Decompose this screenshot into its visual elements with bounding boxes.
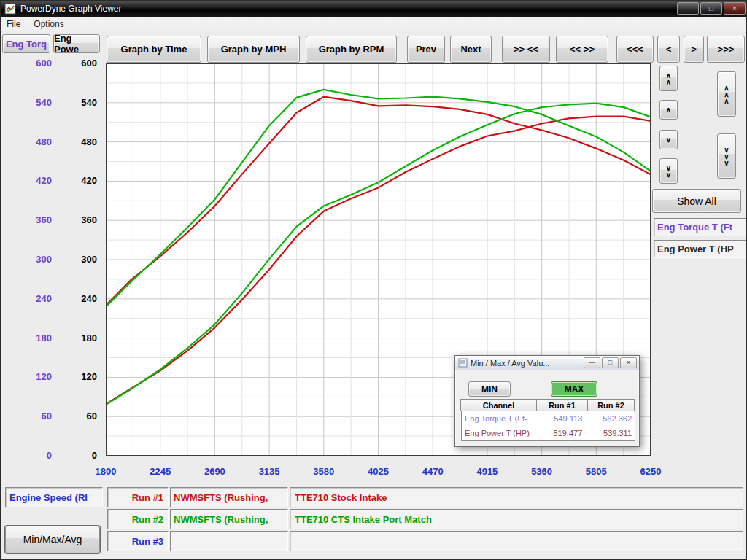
minmaxavg-button[interactable]: Min/Max/Avg — [5, 526, 100, 553]
minmax-minimize-button[interactable]: — — [584, 357, 600, 368]
minmax-run2-value: 539.311 — [588, 429, 635, 438]
menu-file[interactable]: File — [7, 19, 20, 29]
show-all-button[interactable]: Show All — [652, 189, 741, 213]
pan-left-fast-button[interactable]: <<< — [616, 36, 654, 63]
pan-left-button[interactable]: < — [657, 36, 680, 63]
scroll-up-button[interactable]: ∧ — [659, 100, 678, 120]
y-axis-tick-label: 240 — [15, 293, 52, 305]
x-axis-tick-label: 2690 — [193, 466, 236, 477]
scroll-up-double-button[interactable]: ∧ ∧ — [659, 66, 678, 91]
app-icon — [4, 3, 16, 15]
y-axis-tick-label: 240 — [62, 293, 97, 305]
y-axis-tick-label: 600 — [15, 58, 52, 69]
run3-label[interactable]: Run #3 — [107, 531, 169, 551]
run3-description[interactable] — [290, 531, 743, 551]
minmax-close-button[interactable]: × — [620, 357, 637, 368]
x-axis-tick-label: 4470 — [411, 466, 454, 477]
y-axis-tick-label: 600 — [62, 58, 97, 69]
y-axis-tick-label: 540 — [15, 97, 52, 109]
legend-eng-torque[interactable]: Eng Torque T (Ft — [654, 218, 747, 236]
y-axis-tick-label: 60 — [15, 411, 52, 422]
scroll-down-button[interactable]: ∨ — [659, 130, 678, 149]
graph-by-mph-button[interactable]: Graph by MPH — [207, 36, 300, 63]
y-axis-tick-label: 60 — [62, 411, 97, 422]
x-axis-channel-label[interactable]: Engine Speed (RI — [5, 487, 103, 508]
y-axis-tick-label: 300 — [15, 254, 52, 265]
minmax-values-window: Min / Max / Avg Valu... — □ × MIN MAX Ch… — [454, 355, 640, 447]
zoom-up-triple-button[interactable]: ∧ ∧ ∧ — [717, 71, 736, 117]
run1-label[interactable]: Run #1 — [107, 487, 169, 508]
y-axis-tick-label: 180 — [62, 332, 97, 344]
minmax-restore-button[interactable]: □ — [602, 357, 619, 368]
run2-label[interactable]: Run #2 — [107, 509, 169, 529]
y-axis-tick-label: 300 — [62, 254, 97, 265]
run2-description[interactable]: TTE710 CTS Intake Port Match — [290, 509, 743, 529]
minmax-window-icon — [458, 358, 468, 368]
pan-right-fast-button[interactable]: >>> — [707, 36, 745, 63]
minmax-col-channel[interactable]: Channel — [460, 399, 537, 411]
scroll-down-double-button[interactable]: ∨ ∨ — [659, 158, 678, 184]
power-axis-ticks: 600540480420360300240180120600 — [62, 58, 97, 462]
x-axis-tick-label: 3580 — [302, 466, 346, 477]
graph-by-rpm-button[interactable]: Graph by RPM — [306, 36, 397, 63]
x-axis-tick-label: 1800 — [84, 466, 128, 477]
run3-source[interactable] — [170, 531, 288, 551]
y-axis-tick-label: 420 — [15, 175, 52, 187]
title-bar[interactable]: PowerDyne Graph Viewer – □ × — [1, 1, 747, 17]
zoom-in-x-button[interactable]: >> << — [502, 36, 550, 63]
powerdyne-window: PowerDyne Graph Viewer – □ × File Option… — [0, 0, 747, 560]
minmax-channel-label: Eng Power T (HP) — [462, 429, 538, 438]
y-axis-tick-label: 120 — [15, 371, 52, 383]
minmax-run2-value: 562.362 — [588, 414, 635, 423]
minmax-window-title: Min / Max / Avg Valu... — [471, 359, 549, 368]
tab-eng-torque-axis[interactable]: Eng Torq — [2, 34, 50, 53]
y-axis-tick-label: 360 — [62, 214, 97, 226]
min-toggle-button[interactable]: MIN — [468, 381, 511, 397]
minmax-row-power: Eng Power T (HP) 519.477 539.311 — [462, 426, 635, 440]
x-axis-tick-label: 5805 — [574, 466, 618, 477]
max-toggle-button[interactable]: MAX — [551, 381, 597, 397]
y-axis-tick-label: 0 — [62, 450, 97, 462]
tab-eng-power-axis[interactable]: Eng Powe — [53, 34, 100, 53]
x-axis-tick-label: 6250 — [629, 466, 673, 477]
x-axis-tick-label: 2245 — [139, 466, 182, 477]
x-axis-tick-label: 4915 — [465, 466, 509, 477]
minmax-row-torque: Eng Torque T (Ft- 549.113 562.362 — [462, 411, 635, 426]
menu-options[interactable]: Options — [34, 19, 63, 29]
x-axis-tick-label: 4025 — [357, 466, 400, 477]
run1-description[interactable]: TTE710 Stock Intake — [290, 487, 743, 508]
legend-eng-power[interactable]: Eng Power T (HP — [654, 240, 747, 258]
torque-axis-ticks: 600540480420360300240180120600 — [15, 58, 52, 462]
pan-right-button[interactable]: > — [684, 36, 704, 63]
minmax-title-bar[interactable]: Min / Max / Avg Valu... — □ × — [455, 356, 639, 370]
minmax-col-run2[interactable]: Run #2 — [587, 399, 635, 411]
menu-bar: File Options — [1, 17, 747, 31]
y-axis-tick-label: 480 — [15, 136, 52, 148]
minmax-col-run1[interactable]: Run #1 — [536, 399, 588, 411]
y-axis-tick-label: 0 — [15, 450, 52, 462]
minimize-button[interactable]: – — [677, 2, 699, 15]
y-axis-tick-label: 180 — [15, 332, 52, 344]
maximize-button[interactable]: □ — [700, 2, 722, 15]
zoom-down-triple-button[interactable]: ∨ ∨ ∨ — [717, 133, 736, 179]
graph-by-time-button[interactable]: Graph by Time — [107, 36, 201, 63]
x-axis-tick-label: 5360 — [520, 466, 564, 477]
prev-button[interactable]: Prev — [407, 36, 445, 63]
close-button[interactable]: × — [724, 2, 746, 15]
y-axis-tick-label: 480 — [62, 136, 97, 148]
y-axis-tick-label: 360 — [15, 214, 52, 226]
run1-source[interactable]: NWMSFTS (Rushing, — [170, 487, 288, 508]
window-title: PowerDyne Graph Viewer — [20, 4, 122, 14]
minmax-run1-value: 519.477 — [538, 429, 589, 438]
y-axis-tick-label: 540 — [62, 97, 97, 109]
run2-source[interactable]: NWMSFTS (Rushing, — [170, 509, 288, 529]
minmax-channel-label: Eng Torque T (Ft- — [462, 414, 538, 423]
zoom-out-x-button[interactable]: << >> — [556, 36, 608, 63]
minmax-run1-value: 549.113 — [538, 414, 589, 423]
y-axis-tick-label: 120 — [62, 371, 97, 383]
y-axis-tick-label: 420 — [62, 175, 97, 187]
next-button[interactable]: Next — [450, 36, 492, 63]
x-axis-tick-label: 3135 — [247, 466, 291, 477]
